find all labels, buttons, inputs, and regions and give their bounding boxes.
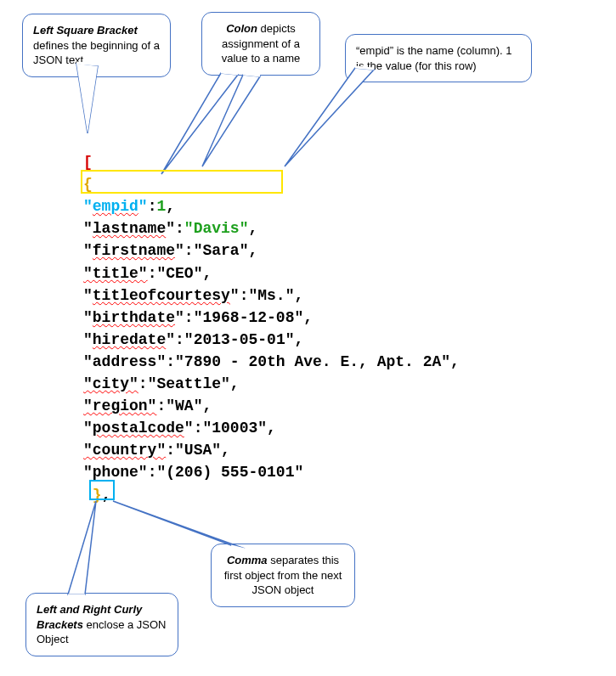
key-empid: empid xyxy=(93,198,138,215)
comma-7: , xyxy=(450,353,460,370)
key-lastname-q1: " xyxy=(83,220,93,237)
colon-3: : xyxy=(148,265,157,282)
key-bd-q2: " xyxy=(175,309,184,326)
val-hd: "2013-05-01" xyxy=(184,331,295,348)
val-bd: "1968-12-08" xyxy=(194,309,304,326)
colon-11: : xyxy=(166,442,175,459)
colon-12: : xyxy=(148,464,157,481)
key-title: "title" xyxy=(83,265,148,282)
comma-0: , xyxy=(166,198,175,215)
val-firstname: "Sara" xyxy=(194,242,249,259)
key-pc-q2: " xyxy=(184,420,194,437)
colon-4: : xyxy=(240,287,249,304)
key-toc-q1: " xyxy=(83,287,93,304)
val-addr: "7890 - 20th Ave. E., Apt. 2A" xyxy=(175,353,450,370)
colon-1: : xyxy=(175,220,184,237)
key-bd: birthdate xyxy=(93,309,175,326)
callout-empid-text: “empid” is the name (column). 1 is the v… xyxy=(356,44,512,72)
colon-9: : xyxy=(156,397,166,414)
key-toc-q2: " xyxy=(230,287,240,304)
val-toc: "Ms." xyxy=(248,287,294,304)
key-hd: hiredate xyxy=(93,331,166,348)
key-empid-q1: " xyxy=(83,198,93,215)
val-country: "USA" xyxy=(175,442,221,459)
callout-left-bracket: Left Square Bracket defines the beginnin… xyxy=(22,14,171,77)
key-empid-q2: " xyxy=(138,198,148,215)
val-title: "CEO" xyxy=(156,265,202,282)
comma-1: , xyxy=(248,220,257,237)
key-lastname-q2: " xyxy=(166,220,175,237)
key-firstname-q2: " xyxy=(175,242,184,259)
comma-3: , xyxy=(202,265,212,282)
highlight-box-closing xyxy=(89,480,115,500)
val-city: "Seattle" xyxy=(148,375,230,392)
callout-curly: Left and Right Curly Brackets enclose a … xyxy=(25,593,178,656)
colon-8: : xyxy=(138,375,148,392)
key-city: "city" xyxy=(83,375,138,392)
comma-4: , xyxy=(294,287,303,304)
key-pc-q1: " xyxy=(83,420,93,437)
open-square-bracket: [ xyxy=(83,154,93,171)
comma-6: , xyxy=(294,331,303,348)
colon-5: : xyxy=(184,309,194,326)
callout-colon: Colon depicts assignment of a value to a… xyxy=(201,12,320,76)
highlight-box-empid xyxy=(81,170,283,194)
callout-left-bracket-rest: defines the beginning of a JSON text xyxy=(33,39,160,67)
comma-11: , xyxy=(221,442,230,459)
val-pc: "10003" xyxy=(202,420,267,437)
key-firstname: firstname xyxy=(93,242,175,259)
val-region: "WA" xyxy=(166,397,202,414)
key-country: "country" xyxy=(83,442,166,459)
callout-comma: Comma separates this first object from t… xyxy=(211,544,355,607)
comma-5: , xyxy=(303,309,313,326)
comma-8: , xyxy=(230,375,240,392)
callout-colon-bold: Colon xyxy=(226,22,257,35)
colon-empid: : xyxy=(148,198,157,215)
colon-10: : xyxy=(194,420,203,437)
val-empid: 1 xyxy=(156,198,166,215)
key-bd-q1: " xyxy=(83,309,93,326)
key-firstname-q1: " xyxy=(83,242,93,259)
callout-empid: “empid” is the name (column). 1 is the v… xyxy=(345,34,532,82)
comma-9: , xyxy=(202,397,212,414)
key-toc: titleofcourtesy xyxy=(93,287,230,304)
callout-left-bracket-bold: Left Square Bracket xyxy=(33,24,138,37)
key-pc: postalcode xyxy=(93,420,184,437)
colon-2: : xyxy=(184,242,194,259)
key-region: "region" xyxy=(83,397,156,414)
colon-6: : xyxy=(175,331,184,348)
callout-comma-bold: Comma xyxy=(227,554,268,566)
key-phone: "phone" xyxy=(83,464,148,481)
comma-10: , xyxy=(267,420,276,437)
colon-7: : xyxy=(166,353,175,370)
key-addr: "address" xyxy=(83,353,166,370)
key-lastname: lastname xyxy=(93,220,166,237)
val-lastname: "Davis" xyxy=(184,220,249,237)
comma-2: , xyxy=(248,242,257,259)
key-hd-q2: " xyxy=(166,331,175,348)
key-hd-q1: " xyxy=(83,331,93,348)
val-phone: "(206) 555-0101" xyxy=(156,464,303,481)
